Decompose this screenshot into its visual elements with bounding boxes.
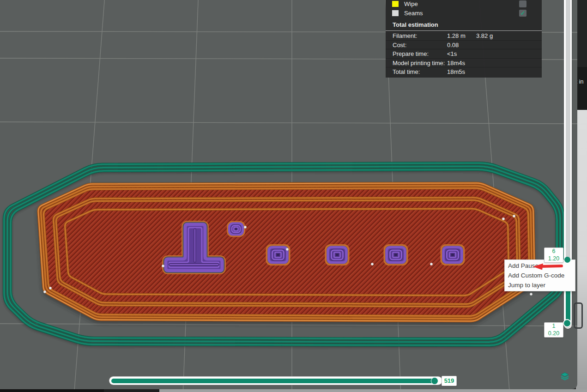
row-value-2: 3.82 g	[476, 32, 493, 39]
panel-edge-bracket	[574, 302, 583, 329]
row-value: 0.08	[447, 42, 459, 48]
bottom-edge-dark-mid	[104, 389, 159, 392]
table-row: Filament: 1.28 m 3.82 g	[386, 31, 542, 40]
row-label: Model printing time:	[393, 60, 445, 66]
layer-slider-bottom-handle[interactable]	[563, 319, 571, 327]
layer-height: 1.20	[545, 255, 563, 263]
table-row: Model printing time: 18m4s	[386, 58, 542, 67]
bottom-edge-light	[159, 389, 587, 392]
menu-item-jump-to-layer[interactable]: Jump to layer	[505, 280, 575, 290]
top-right-cutoff-upper	[576, 0, 587, 67]
table-row: Total time: 18m5s	[386, 67, 542, 76]
layers-icon[interactable]	[560, 372, 570, 382]
row-label: Cost:	[393, 42, 406, 48]
layer-number: 1	[545, 323, 563, 330]
legend-row-seams: Seams ✓	[386, 9, 542, 18]
row-label: Filament:	[393, 32, 417, 39]
wipe-visibility-checkbox[interactable]	[519, 0, 526, 7]
viewport-3d[interactable]: Wipe Seams ✓ Total estimation Filament: …	[0, 0, 577, 389]
table-row: Cost: 0.08	[386, 40, 542, 49]
move-slider-fill	[111, 379, 435, 383]
wipe-color-swatch-icon	[392, 1, 399, 7]
estimation-panel: Wipe Seams ✓ Total estimation Filament: …	[386, 0, 542, 78]
seams-color-swatch-icon	[392, 10, 399, 16]
legend-row-wipe: Wipe	[386, 0, 542, 9]
row-label: Prepare time:	[393, 50, 429, 57]
move-slider-track[interactable]	[109, 377, 442, 385]
red-annotation-arrow-icon	[531, 262, 564, 271]
layer-tag-bottom: 1 0.20	[544, 322, 563, 338]
legend-label: Seams	[404, 10, 423, 17]
row-value: <1s	[447, 50, 457, 57]
legend-label: Wipe	[404, 0, 418, 7]
slicer-preview-screen: it in Wipe Seams ✓ Total estimation Fila…	[0, 0, 587, 392]
row-value: 1.28 m	[447, 32, 466, 39]
move-slider-value-badge: 519	[442, 376, 457, 386]
layer-slider-top-handle[interactable]	[564, 257, 570, 263]
estimation-title: Total estimation	[393, 21, 438, 28]
layer-tag-top: 6 1.20	[544, 247, 563, 263]
top-right-cutoff-panel: it in	[576, 0, 587, 110]
row-value: 18m5s	[447, 68, 465, 75]
layer-height: 0.20	[545, 330, 563, 338]
bottom-edge-dark-left	[0, 389, 104, 392]
seams-visibility-checkbox[interactable]: ✓	[519, 10, 526, 17]
move-slider-value: 519	[444, 377, 454, 384]
table-row: Prepare time: <1s	[386, 49, 542, 58]
layer-number: 6	[545, 248, 563, 255]
right-panel-edge	[576, 110, 587, 392]
row-label: Total time:	[393, 68, 420, 75]
move-slider-handle[interactable]	[431, 377, 438, 385]
menu-item-add-custom-gcode[interactable]: Add Custom G-code	[505, 271, 575, 280]
row-value: 18m4s	[447, 60, 465, 66]
